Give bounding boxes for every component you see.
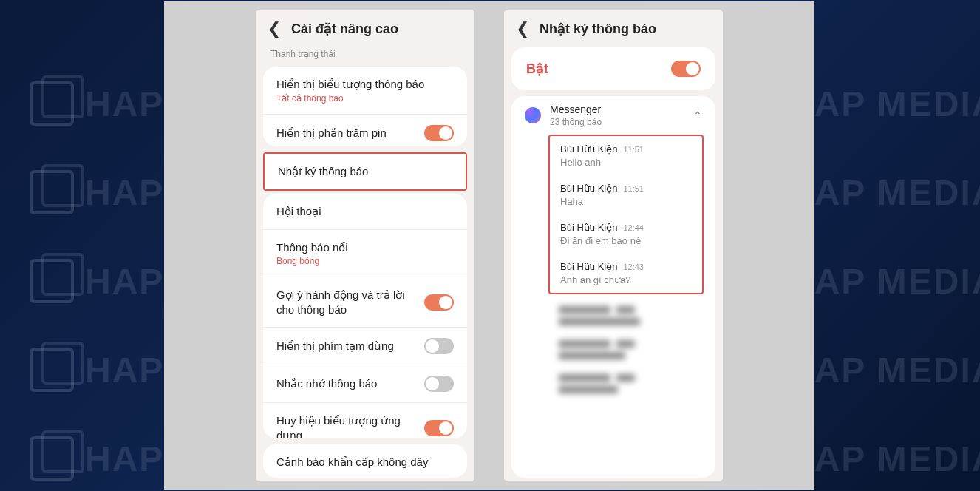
row-title: Gợi ý hành động và trả lời cho thông báo bbox=[276, 288, 424, 316]
row-battery-pct[interactable]: Hiển thị phần trăm pin bbox=[263, 115, 467, 147]
blurred-item bbox=[548, 333, 704, 367]
notif-item[interactable]: Bùi Hữu Kiện 11:51 Haha bbox=[550, 175, 702, 214]
header-right: ❮ Nhật ký thông báo bbox=[504, 10, 723, 44]
row-floating[interactable]: Thông báo nổi Bong bóng bbox=[263, 230, 467, 278]
header-left: ❮ Cài đặt nâng cao bbox=[256, 10, 474, 44]
row-title: Hiển thị biểu tượng thông báo bbox=[276, 77, 454, 92]
page-title: Nhật ký thông báo bbox=[540, 21, 656, 37]
row-title: Thông báo nổi bbox=[276, 240, 454, 255]
toggle-suggest[interactable] bbox=[424, 294, 454, 311]
toggle-remind[interactable] bbox=[424, 376, 454, 392]
toggle-pause[interactable] bbox=[424, 338, 454, 354]
notif-sender: Bùi Hữu Kiện bbox=[560, 222, 617, 233]
row-conversation[interactable]: Hội thoại bbox=[263, 194, 467, 230]
section-label: Thanh trạng thái bbox=[256, 44, 474, 64]
notif-sender: Bùi Hữu Kiện bbox=[560, 261, 617, 272]
phone-right: ❮ Nhật ký thông báo Bật Messenger 23 thô… bbox=[504, 10, 723, 481]
row-icon-display[interactable]: Hiển thị biểu tượng thông báo Tất cả thô… bbox=[263, 67, 467, 115]
row-title: Cảnh báo khẩn cấp không dây bbox=[276, 455, 454, 470]
chevron-up-icon[interactable]: ⌃ bbox=[693, 109, 702, 121]
back-icon[interactable]: ❮ bbox=[268, 21, 281, 37]
notif-item[interactable]: Bùi Hữu Kiện 12:44 Đi ăn đi em bao nè bbox=[550, 214, 702, 254]
row-sub: Tất cả thông báo bbox=[276, 93, 454, 104]
toggle-enable[interactable] bbox=[671, 61, 701, 77]
row-title: Hội thoại bbox=[276, 204, 454, 219]
row-title: Nhắc nhở thông báo bbox=[276, 376, 424, 391]
row-title: Hiển thị phần trăm pin bbox=[276, 126, 424, 140]
notif-msg: Hello anh bbox=[560, 157, 692, 168]
notif-time: 11:51 bbox=[623, 184, 644, 193]
page-title: Cài đặt nâng cao bbox=[291, 21, 398, 37]
row-enable[interactable]: Bật bbox=[511, 47, 715, 90]
row-sub: Bong bóng bbox=[276, 256, 454, 266]
back-icon[interactable]: ❮ bbox=[516, 21, 529, 37]
notif-item[interactable]: Bùi Hữu Kiện 12:43 Anh ăn gì chưa? bbox=[550, 254, 702, 293]
notif-time: 11:51 bbox=[623, 145, 644, 154]
row-title: Hiển thị phím tạm dừng bbox=[276, 339, 424, 353]
notif-time: 12:44 bbox=[623, 223, 644, 232]
row-notif-log[interactable]: Nhật ký thông báo bbox=[265, 154, 466, 189]
card-enable: Bật bbox=[511, 47, 715, 90]
notif-msg: Đi ăn đi em bao nè bbox=[560, 235, 692, 246]
blurred-notifs bbox=[548, 299, 704, 401]
phone-left: ❮ Cài đặt nâng cao Thanh trạng thái Hiển… bbox=[256, 10, 474, 481]
row-suggest[interactable]: Gợi ý hành động và trả lời cho thông báo bbox=[263, 277, 467, 328]
card-emergency: Cảnh báo khẩn cấp không dây bbox=[263, 444, 467, 478]
row-badge[interactable]: Huy hiệu biểu tượng ứng dụng bbox=[263, 403, 467, 438]
card-log: Messenger 23 thông báo ⌃ Bùi Hữu Kiện 11… bbox=[511, 96, 715, 478]
notif-time: 12:43 bbox=[623, 263, 644, 271]
blurred-item bbox=[548, 299, 704, 333]
toggle-battery-pct[interactable] bbox=[424, 125, 454, 141]
toggle-badge[interactable] bbox=[424, 420, 454, 436]
enable-label: Bật bbox=[526, 61, 548, 77]
blurred-item bbox=[548, 367, 704, 401]
row-title: Huy hiệu biểu tượng ứng dụng bbox=[276, 413, 424, 438]
row-remind[interactable]: Nhắc nhở thông báo bbox=[263, 365, 467, 403]
row-pause[interactable]: Hiển thị phím tạm dừng bbox=[263, 328, 467, 365]
row-title: Nhật ký thông báo bbox=[278, 164, 452, 179]
messenger-icon bbox=[525, 107, 541, 123]
highlight-notif-list: Bùi Hữu Kiện 11:51 Hello anh Bùi Hữu Kiệ… bbox=[548, 135, 704, 294]
screenshots-panel: ❮ Cài đặt nâng cao Thanh trạng thái Hiển… bbox=[164, 1, 814, 490]
notif-item[interactable]: Bùi Hữu Kiện 11:51 Hello anh bbox=[550, 136, 702, 175]
app-count: 23 thông báo bbox=[550, 117, 684, 127]
app-name: Messenger bbox=[550, 104, 684, 115]
row-emergency[interactable]: Cảnh báo khẩn cấp không dây bbox=[263, 444, 467, 478]
notif-sender: Bùi Hữu Kiện bbox=[560, 143, 617, 155]
notif-msg: Haha bbox=[560, 196, 692, 207]
notif-sender: Bùi Hữu Kiện bbox=[560, 183, 617, 194]
card-status-bar: Hiển thị biểu tượng thông báo Tất cả thô… bbox=[263, 67, 467, 146]
notif-msg: Anh ăn gì chưa? bbox=[560, 274, 692, 285]
card-main: Hội thoại Thông báo nổi Bong bóng Gợi ý … bbox=[263, 194, 467, 438]
app-header[interactable]: Messenger 23 thông báo ⌃ bbox=[511, 96, 715, 132]
highlight-notif-log: Nhật ký thông báo bbox=[263, 152, 467, 191]
